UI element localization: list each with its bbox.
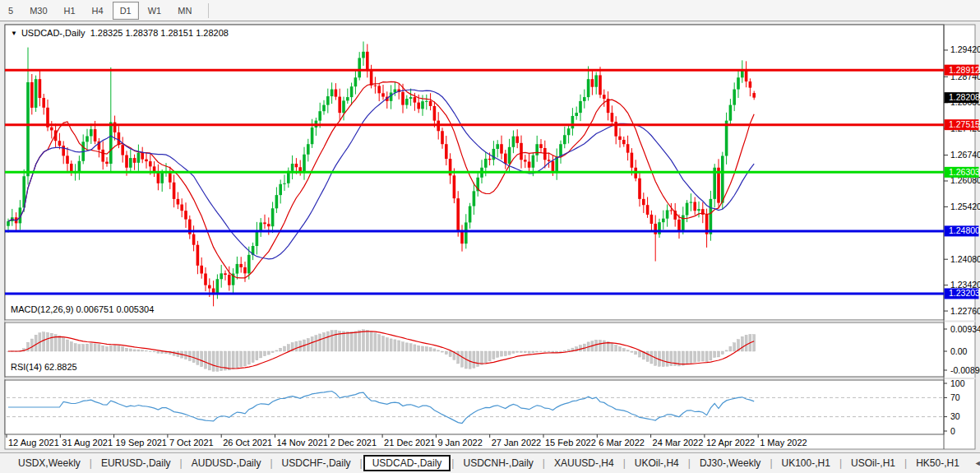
candle [686, 203, 689, 216]
tab-hk50-h1[interactable]: HK50-,H1 [908, 455, 968, 471]
candle [160, 173, 164, 183]
timeframe-button-mn[interactable]: MN [170, 2, 199, 20]
candle [224, 273, 227, 275]
candle [575, 113, 578, 116]
candle [421, 101, 424, 109]
tab-separator: | [180, 457, 183, 469]
candle [425, 101, 428, 102]
tab-xauusd-h4[interactable]: XAUUSD-,H4 [546, 455, 622, 471]
tab-scroll-left-arrow[interactable]: ◄ [974, 459, 980, 467]
tab-usdcad-daily[interactable]: USDCAD-,Daily [363, 455, 451, 471]
candle [611, 113, 614, 122]
candle [409, 97, 413, 99]
candle [405, 99, 409, 105]
tab-usdcnh-daily[interactable]: USDCNH-,Daily [455, 455, 541, 471]
price-badge: 1.28208 [949, 92, 980, 102]
candle [50, 128, 53, 131]
candle [362, 52, 365, 58]
tab-dj30-weekly[interactable]: DJ30-,Weekly [691, 455, 769, 471]
macd-axis-label: -0.008902 [950, 365, 980, 375]
price-tick-label: 1.26740 [950, 150, 980, 160]
candle [496, 144, 499, 149]
candle [298, 167, 302, 171]
timeframe-button-d1[interactable]: D1 [113, 2, 139, 20]
candle [532, 155, 535, 168]
candle [39, 79, 42, 98]
candle [539, 144, 543, 148]
candle [567, 128, 571, 135]
candle [30, 82, 34, 108]
chart-window[interactable]: 1.294201.287401.280801.274201.267401.260… [0, 21, 980, 452]
candle [216, 279, 220, 293]
timeframe-button-w1[interactable]: W1 [141, 2, 169, 20]
candle [62, 146, 65, 155]
tab-usdchf-daily[interactable]: USDCHF-,Daily [274, 455, 359, 471]
candle [342, 100, 345, 113]
candle [303, 155, 306, 172]
tab-separator: | [904, 457, 907, 469]
timeframe-button-h4[interactable]: H4 [85, 2, 111, 20]
tab-ukoil-h4[interactable]: UKOil-,H4 [626, 455, 687, 471]
tab-separator: | [543, 457, 545, 469]
mt4-terminal: 5M30H1H4D1W1MN 1.294201.287401.280801.27… [0, 0, 980, 473]
candle [749, 81, 752, 88]
candle [504, 154, 507, 164]
candle [658, 222, 661, 234]
tab-audusd-daily[interactable]: AUDUSD-,Daily [183, 455, 270, 471]
candle [366, 52, 369, 70]
date-tick-label: 24 Mar 2022 [653, 438, 704, 447]
candle [682, 216, 685, 230]
tab-usdx-weekly[interactable]: USDX,Weekly [10, 455, 89, 471]
candle [515, 137, 519, 143]
candle [520, 143, 523, 160]
candle [583, 97, 586, 101]
timeframe-button-m30[interactable]: M30 [22, 2, 54, 20]
price-badge: 1.24800 [949, 225, 980, 235]
tab-separator: | [270, 457, 272, 469]
candle [500, 144, 503, 153]
candle [524, 160, 527, 161]
candle [133, 158, 136, 163]
candle [638, 179, 641, 199]
price-tick-label: 1.24080 [950, 254, 980, 264]
candle [109, 123, 113, 164]
candle [354, 77, 358, 86]
candle [129, 158, 132, 168]
timeframe-button-5[interactable]: 5 [1, 2, 21, 20]
symbol-tab-bar: USDX,Weekly|EURUSD-,Daily|AUDUSD-,Daily|… [0, 452, 980, 473]
timeframe-button-h1[interactable]: H1 [57, 2, 83, 20]
candle [204, 273, 207, 285]
candle [381, 93, 385, 96]
candle [548, 160, 551, 161]
candle [247, 255, 251, 274]
rsi-axis-label: 30 [950, 411, 960, 421]
tab-uk100-h1[interactable]: UK100-,H1 [774, 455, 839, 471]
candle [42, 98, 45, 108]
price-tick-label: 1.25420 [950, 202, 980, 211]
candle [508, 147, 511, 164]
tab-usoil-h1[interactable]: USOil-,H1 [843, 455, 904, 471]
tab-separator: | [770, 457, 772, 469]
candle [322, 105, 326, 112]
tab-separator: | [360, 457, 363, 469]
tab-separator: | [90, 457, 92, 469]
candle [484, 159, 488, 168]
candle [594, 75, 598, 86]
candle [670, 210, 673, 211]
date-tick-label: 1 May 2022 [760, 438, 807, 447]
toolbar-separator [208, 3, 209, 18]
candle [311, 128, 314, 144]
date-tick-label: 9 Jan 2022 [437, 438, 482, 447]
candle [358, 58, 361, 77]
date-tick-label: 7 Oct 2021 [169, 438, 214, 447]
candle [283, 183, 286, 184]
candle [256, 230, 259, 246]
candle [94, 129, 97, 141]
candle [745, 70, 748, 81]
candle [543, 148, 547, 160]
tab-eurusd-daily[interactable]: EURUSD-,Daily [93, 455, 179, 471]
tab-separator: | [688, 457, 691, 469]
candle [662, 219, 665, 223]
price-chart-canvas[interactable]: 1.294201.287401.280801.274201.267401.260… [0, 21, 980, 452]
candle [243, 267, 247, 273]
